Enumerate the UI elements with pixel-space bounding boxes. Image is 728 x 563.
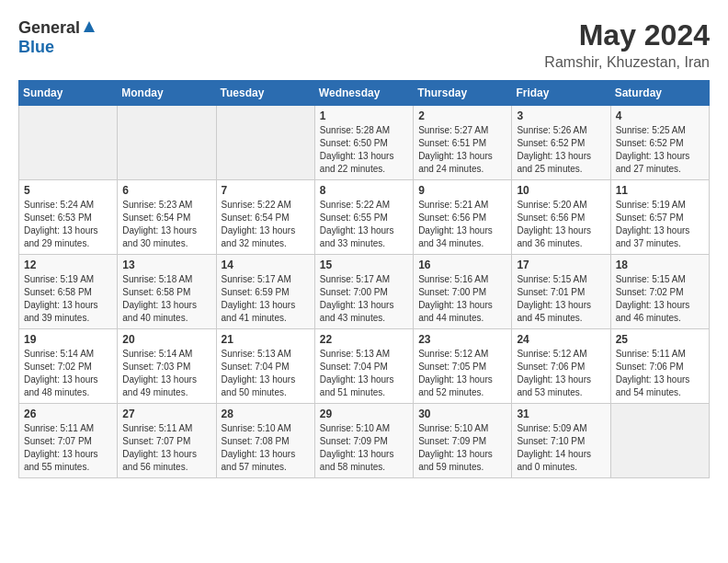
day-number: 27 bbox=[122, 408, 210, 420]
day-info: Sunrise: 5:16 AM Sunset: 7:00 PM Dayligh… bbox=[418, 273, 506, 325]
svg-marker-0 bbox=[84, 21, 95, 32]
day-number: 31 bbox=[517, 408, 605, 420]
day-cell: 19Sunrise: 5:14 AM Sunset: 7:02 PM Dayli… bbox=[19, 329, 118, 404]
day-number: 3 bbox=[517, 109, 605, 122]
day-number: 13 bbox=[122, 259, 210, 271]
week-row-2: 5Sunrise: 5:24 AM Sunset: 6:53 PM Daylig… bbox=[19, 180, 710, 255]
day-cell: 11Sunrise: 5:19 AM Sunset: 6:57 PM Dayli… bbox=[610, 180, 709, 255]
day-cell: 25Sunrise: 5:11 AM Sunset: 7:06 PM Dayli… bbox=[610, 329, 709, 404]
day-info: Sunrise: 5:14 AM Sunset: 7:02 PM Dayligh… bbox=[24, 348, 112, 399]
day-number: 6 bbox=[122, 184, 210, 197]
day-number: 4 bbox=[616, 109, 704, 122]
day-info: Sunrise: 5:22 AM Sunset: 6:55 PM Dayligh… bbox=[320, 199, 408, 250]
header-cell-saturday: Saturday bbox=[610, 81, 709, 106]
calendar-table: SundayMondayTuesdayWednesdayThursdayFrid… bbox=[18, 80, 710, 478]
day-info: Sunrise: 5:13 AM Sunset: 7:04 PM Dayligh… bbox=[222, 348, 310, 399]
day-number: 11 bbox=[616, 184, 704, 197]
day-info: Sunrise: 5:09 AM Sunset: 7:10 PM Dayligh… bbox=[517, 422, 605, 474]
day-cell: 4Sunrise: 5:25 AM Sunset: 6:52 PM Daylig… bbox=[610, 106, 709, 180]
header-cell-sunday: Sunday bbox=[19, 81, 118, 106]
day-number: 17 bbox=[517, 259, 605, 271]
day-number: 16 bbox=[418, 259, 506, 271]
day-info: Sunrise: 5:12 AM Sunset: 7:06 PM Dayligh… bbox=[517, 348, 605, 399]
day-cell: 29Sunrise: 5:10 AM Sunset: 7:09 PM Dayli… bbox=[314, 404, 413, 478]
day-cell: 12Sunrise: 5:19 AM Sunset: 6:58 PM Dayli… bbox=[19, 255, 118, 329]
day-number: 1 bbox=[320, 109, 408, 122]
day-number: 2 bbox=[418, 109, 506, 122]
day-cell: 15Sunrise: 5:17 AM Sunset: 7:00 PM Dayli… bbox=[314, 255, 413, 329]
day-info: Sunrise: 5:11 AM Sunset: 7:07 PM Dayligh… bbox=[122, 422, 210, 474]
day-number: 15 bbox=[320, 259, 408, 271]
logo-arrow-icon bbox=[82, 19, 97, 38]
week-row-3: 12Sunrise: 5:19 AM Sunset: 6:58 PM Dayli… bbox=[19, 255, 710, 329]
day-info: Sunrise: 5:10 AM Sunset: 7:09 PM Dayligh… bbox=[418, 422, 506, 474]
day-info: Sunrise: 5:13 AM Sunset: 7:04 PM Dayligh… bbox=[320, 348, 408, 399]
day-info: Sunrise: 5:23 AM Sunset: 6:54 PM Dayligh… bbox=[122, 199, 210, 250]
day-info: Sunrise: 5:22 AM Sunset: 6:54 PM Dayligh… bbox=[222, 199, 310, 250]
day-info: Sunrise: 5:28 AM Sunset: 6:50 PM Dayligh… bbox=[320, 124, 408, 176]
title-area: May 2024 Ramshir, Khuzestan, Iran bbox=[544, 18, 710, 71]
logo-blue: Blue bbox=[18, 38, 54, 56]
day-cell bbox=[610, 404, 709, 478]
day-number: 29 bbox=[320, 408, 408, 420]
day-info: Sunrise: 5:20 AM Sunset: 6:56 PM Dayligh… bbox=[517, 199, 605, 250]
day-cell: 21Sunrise: 5:13 AM Sunset: 7:04 PM Dayli… bbox=[216, 329, 314, 404]
day-cell: 28Sunrise: 5:10 AM Sunset: 7:08 PM Dayli… bbox=[216, 404, 314, 478]
day-number: 23 bbox=[418, 333, 506, 346]
day-cell: 31Sunrise: 5:09 AM Sunset: 7:10 PM Dayli… bbox=[512, 404, 610, 478]
day-info: Sunrise: 5:21 AM Sunset: 6:56 PM Dayligh… bbox=[418, 199, 506, 250]
day-info: Sunrise: 5:19 AM Sunset: 6:57 PM Dayligh… bbox=[616, 199, 704, 250]
day-info: Sunrise: 5:12 AM Sunset: 7:05 PM Dayligh… bbox=[418, 348, 506, 399]
day-info: Sunrise: 5:15 AM Sunset: 7:02 PM Dayligh… bbox=[616, 273, 704, 325]
day-cell: 7Sunrise: 5:22 AM Sunset: 6:54 PM Daylig… bbox=[216, 180, 314, 255]
day-number: 14 bbox=[222, 259, 310, 271]
header-cell-wednesday: Wednesday bbox=[314, 81, 413, 106]
day-cell: 30Sunrise: 5:10 AM Sunset: 7:09 PM Dayli… bbox=[414, 404, 512, 478]
day-info: Sunrise: 5:15 AM Sunset: 7:01 PM Dayligh… bbox=[517, 273, 605, 325]
day-cell: 8Sunrise: 5:22 AM Sunset: 6:55 PM Daylig… bbox=[314, 180, 413, 255]
day-number: 18 bbox=[616, 259, 704, 271]
day-info: Sunrise: 5:11 AM Sunset: 7:06 PM Dayligh… bbox=[616, 348, 704, 399]
day-cell: 17Sunrise: 5:15 AM Sunset: 7:01 PM Dayli… bbox=[512, 255, 610, 329]
location-title: Ramshir, Khuzestan, Iran bbox=[544, 54, 710, 71]
day-cell: 2Sunrise: 5:27 AM Sunset: 6:51 PM Daylig… bbox=[414, 106, 512, 180]
day-info: Sunrise: 5:27 AM Sunset: 6:51 PM Dayligh… bbox=[418, 124, 506, 176]
day-cell: 27Sunrise: 5:11 AM Sunset: 7:07 PM Dayli… bbox=[118, 404, 216, 478]
day-cell bbox=[118, 106, 216, 180]
day-number: 5 bbox=[24, 184, 112, 197]
week-row-4: 19Sunrise: 5:14 AM Sunset: 7:02 PM Dayli… bbox=[19, 329, 710, 404]
month-title: May 2024 bbox=[544, 18, 710, 52]
day-number: 30 bbox=[418, 408, 506, 420]
day-number: 28 bbox=[222, 408, 310, 420]
day-info: Sunrise: 5:17 AM Sunset: 7:00 PM Dayligh… bbox=[320, 273, 408, 325]
day-cell bbox=[19, 106, 118, 180]
week-row-1: 1Sunrise: 5:28 AM Sunset: 6:50 PM Daylig… bbox=[19, 106, 710, 180]
day-info: Sunrise: 5:10 AM Sunset: 7:09 PM Dayligh… bbox=[320, 422, 408, 474]
logo: General Blue bbox=[18, 18, 97, 57]
day-cell: 20Sunrise: 5:14 AM Sunset: 7:03 PM Dayli… bbox=[118, 329, 216, 404]
day-number: 12 bbox=[24, 259, 112, 271]
day-number: 8 bbox=[320, 184, 408, 197]
header-cell-tuesday: Tuesday bbox=[216, 81, 314, 106]
day-cell bbox=[216, 106, 314, 180]
day-number: 25 bbox=[616, 333, 704, 346]
day-number: 9 bbox=[418, 184, 506, 197]
day-number: 7 bbox=[222, 184, 310, 197]
day-cell: 6Sunrise: 5:23 AM Sunset: 6:54 PM Daylig… bbox=[118, 180, 216, 255]
week-row-5: 26Sunrise: 5:11 AM Sunset: 7:07 PM Dayli… bbox=[19, 404, 710, 478]
day-cell: 9Sunrise: 5:21 AM Sunset: 6:56 PM Daylig… bbox=[414, 180, 512, 255]
day-number: 22 bbox=[320, 333, 408, 346]
day-number: 19 bbox=[24, 333, 112, 346]
header-cell-monday: Monday bbox=[118, 81, 216, 106]
day-cell: 23Sunrise: 5:12 AM Sunset: 7:05 PM Dayli… bbox=[414, 329, 512, 404]
header: General Blue May 2024 Ramshir, Khuzestan… bbox=[18, 18, 710, 71]
day-info: Sunrise: 5:24 AM Sunset: 6:53 PM Dayligh… bbox=[24, 199, 112, 250]
day-cell: 3Sunrise: 5:26 AM Sunset: 6:52 PM Daylig… bbox=[512, 106, 610, 180]
day-cell: 13Sunrise: 5:18 AM Sunset: 6:58 PM Dayli… bbox=[118, 255, 216, 329]
day-cell: 14Sunrise: 5:17 AM Sunset: 6:59 PM Dayli… bbox=[216, 255, 314, 329]
day-number: 26 bbox=[24, 408, 112, 420]
day-info: Sunrise: 5:26 AM Sunset: 6:52 PM Dayligh… bbox=[517, 124, 605, 176]
day-info: Sunrise: 5:14 AM Sunset: 7:03 PM Dayligh… bbox=[122, 348, 210, 399]
day-number: 21 bbox=[222, 333, 310, 346]
header-row: SundayMondayTuesdayWednesdayThursdayFrid… bbox=[19, 81, 710, 106]
